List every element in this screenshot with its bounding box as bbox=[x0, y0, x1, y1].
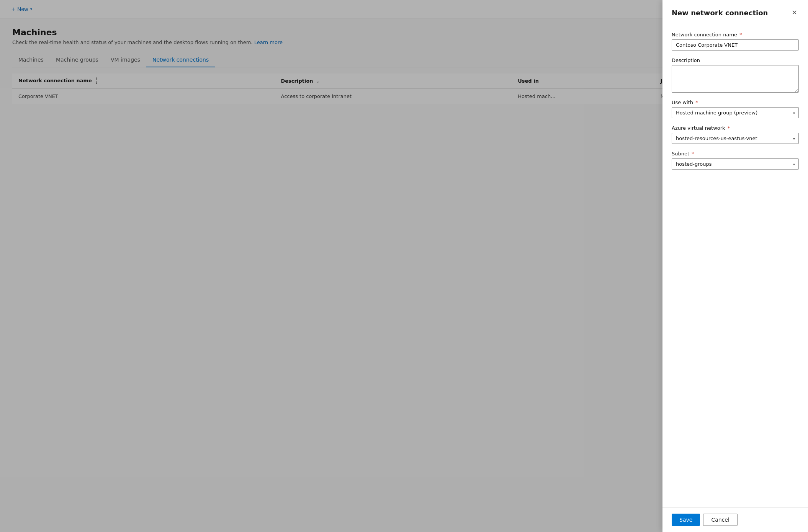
label-description: Description bbox=[672, 57, 799, 63]
required-indicator: * bbox=[739, 32, 742, 38]
select-wrapper-vnet: hosted-resources-us-eastus-vnet ▾ bbox=[672, 133, 799, 144]
close-button[interactable]: ✕ bbox=[790, 8, 799, 18]
select-wrapper-subnet: hosted-groups ▾ bbox=[672, 158, 799, 170]
select-wrapper-use-with: Hosted machine group (preview) ▾ bbox=[672, 107, 799, 118]
cancel-button[interactable]: Cancel bbox=[703, 514, 737, 526]
side-panel: New network connection ✕ Network connect… bbox=[662, 0, 808, 532]
side-panel-footer: Save Cancel bbox=[662, 507, 808, 532]
field-subnet: Subnet * hosted-groups ▾ bbox=[672, 151, 799, 170]
select-subnet[interactable]: hosted-groups bbox=[672, 158, 799, 170]
required-indicator-use-with: * bbox=[695, 100, 698, 105]
save-button[interactable]: Save bbox=[672, 514, 700, 526]
field-connection-name: Network connection name * bbox=[672, 32, 799, 51]
label-use-with: Use with * bbox=[672, 100, 799, 105]
textarea-description[interactable] bbox=[672, 65, 799, 93]
input-connection-name[interactable] bbox=[672, 39, 799, 51]
label-subnet: Subnet * bbox=[672, 151, 799, 157]
select-azure-vnet[interactable]: hosted-resources-us-eastus-vnet bbox=[672, 133, 799, 144]
side-panel-overlay: New network connection ✕ Network connect… bbox=[0, 0, 808, 532]
field-use-with: Use with * Hosted machine group (preview… bbox=[672, 100, 799, 118]
field-description: Description bbox=[672, 57, 799, 93]
select-use-with[interactable]: Hosted machine group (preview) bbox=[672, 107, 799, 118]
side-panel-title: New network connection bbox=[672, 9, 768, 17]
side-panel-header: New network connection ✕ bbox=[662, 0, 808, 24]
side-panel-body: Network connection name * Description Us… bbox=[662, 24, 808, 507]
required-indicator-vnet: * bbox=[728, 125, 730, 131]
label-connection-name: Network connection name * bbox=[672, 32, 799, 38]
required-indicator-subnet: * bbox=[692, 151, 694, 157]
field-azure-vnet: Azure virtual network * hosted-resources… bbox=[672, 125, 799, 144]
label-azure-vnet: Azure virtual network * bbox=[672, 125, 799, 131]
